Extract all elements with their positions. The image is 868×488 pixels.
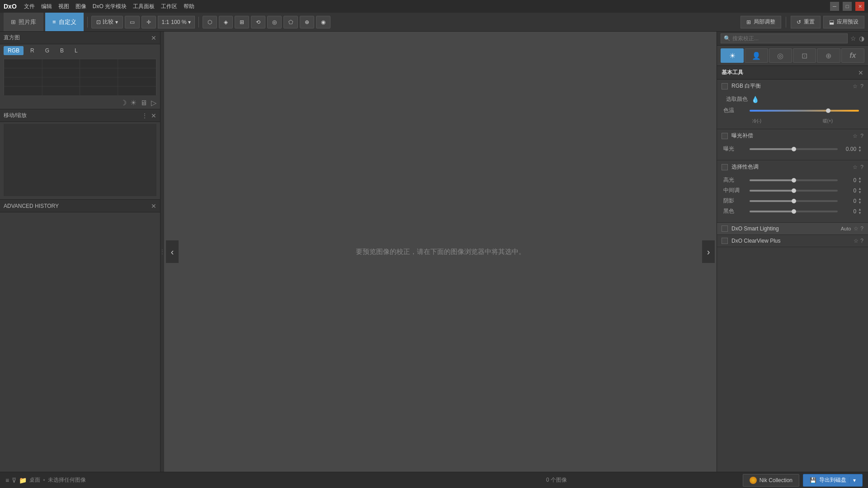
- tool-cat-detail-button[interactable]: ⊡: [793, 48, 816, 63]
- tool-exposure-help[interactable]: ?: [860, 133, 863, 139]
- exposure-slider-thumb[interactable]: [792, 147, 796, 151]
- dxo-clearview-checkbox[interactable]: [722, 238, 728, 244]
- menu-dxo-optics[interactable]: DxO 光学模块: [93, 3, 127, 10]
- tool-cat-fx-button[interactable]: fx: [841, 48, 864, 63]
- hist-tab-b[interactable]: B: [56, 46, 68, 55]
- export-button[interactable]: 💾 导出到磁盘 ▾: [803, 474, 863, 487]
- redeye-icon: ◎: [272, 19, 277, 25]
- tool-exposure-checkbox[interactable]: [722, 133, 728, 139]
- histogram-flag-button[interactable]: ▷: [151, 99, 156, 107]
- tab-library[interactable]: ⊞ 照片库: [4, 13, 43, 31]
- resize-handle[interactable]: [160, 32, 164, 472]
- move-zoom-dots[interactable]: ⋮: [142, 113, 147, 119]
- histogram-close-button[interactable]: ✕: [151, 34, 156, 42]
- pin-button[interactable]: ⊕: [300, 16, 314, 28]
- view-button[interactable]: ◉: [316, 16, 330, 28]
- dxo-smart-lighting-badge: Auto: [841, 226, 851, 231]
- prev-image-button[interactable]: ‹: [166, 240, 179, 263]
- histogram-moon-button[interactable]: ☽: [120, 99, 127, 107]
- histogram-monitor-button[interactable]: 🖥: [140, 99, 147, 107]
- shadows-down-button[interactable]: ▼: [858, 201, 862, 205]
- menu-workspace[interactable]: 工作区: [161, 3, 177, 10]
- hist-tab-rgb[interactable]: RGB: [4, 46, 24, 55]
- search-star-icon[interactable]: ☆: [850, 35, 856, 42]
- temp-slider-thumb[interactable]: [826, 108, 830, 113]
- hist-tab-l[interactable]: L: [71, 46, 82, 55]
- tool-cat-color-button[interactable]: ◎: [769, 48, 792, 63]
- split-view-button[interactable]: ▭: [125, 16, 140, 28]
- exposure-slider-track[interactable]: [750, 148, 838, 150]
- highlights-down-button[interactable]: ▼: [858, 180, 862, 184]
- export-arrow-icon[interactable]: ▾: [849, 477, 856, 483]
- hist-tab-g[interactable]: G: [41, 46, 53, 55]
- highlights-slider-track[interactable]: [750, 179, 838, 181]
- tool-selective-tone-header[interactable]: 选择性色调 ☆ ?: [717, 160, 868, 174]
- shadows-slider-thumb[interactable]: [792, 199, 796, 203]
- menu-file[interactable]: 文件: [24, 3, 35, 10]
- tool-exposure-star[interactable]: ☆: [853, 133, 858, 139]
- exposure-down-button[interactable]: ▼: [858, 149, 862, 153]
- crop-button[interactable]: ⊞: [235, 16, 249, 28]
- dxo-smart-lighting-star[interactable]: ☆: [854, 225, 859, 232]
- tool-selective-tone-checkbox[interactable]: [722, 164, 728, 170]
- menu-edit[interactable]: 编辑: [41, 3, 52, 10]
- filter-icon[interactable]: ⊽: [12, 477, 16, 484]
- zoom-display[interactable]: 1:1 100 % ▾: [158, 16, 195, 28]
- blacks-down-button[interactable]: ▼: [858, 211, 862, 215]
- tool-rgb-wb-star[interactable]: ☆: [853, 83, 858, 89]
- move-zoom-panel: 移动/缩放 ⋮ ✕: [0, 109, 160, 200]
- tool-rgb-wb-help[interactable]: ?: [860, 83, 863, 89]
- temp-slider-track[interactable]: [750, 110, 859, 112]
- search-input[interactable]: [732, 35, 844, 42]
- dxo-smart-lighting-checkbox[interactable]: [722, 225, 728, 232]
- reset-button[interactable]: ↺ 重置: [791, 16, 821, 28]
- select-button[interactable]: ⬠: [283, 16, 298, 28]
- menu-image[interactable]: 图像: [75, 3, 86, 10]
- menu-help[interactable]: 帮助: [184, 3, 194, 10]
- maximize-button[interactable]: □: [843, 2, 852, 11]
- section-close-button[interactable]: ✕: [858, 69, 863, 76]
- tool-rgb-wb-checkbox[interactable]: [722, 83, 728, 89]
- menu-view[interactable]: 视图: [58, 3, 69, 10]
- tool-exposure-header[interactable]: 曝光补偿 ☆ ?: [717, 129, 868, 142]
- menu-tools[interactable]: 工具面板: [133, 3, 155, 10]
- search-toggle-icon[interactable]: ◑: [859, 35, 864, 42]
- adv-history-close-button[interactable]: ✕: [151, 202, 156, 210]
- shadows-slider-track[interactable]: [750, 200, 838, 202]
- tool-rgb-wb-header[interactable]: RGB 白平衡 ☆ ?: [717, 80, 868, 93]
- wb-picker-button[interactable]: ◈: [219, 16, 233, 28]
- nik-collection-button[interactable]: Nik Collection: [743, 474, 799, 487]
- dxo-clearview-star[interactable]: ☆: [854, 238, 859, 244]
- tool-cat-geometry-button[interactable]: ⊕: [817, 48, 840, 63]
- minimize-button[interactable]: ─: [830, 2, 839, 11]
- folder-label: 桌面: [29, 476, 40, 484]
- tool-cat-people-button[interactable]: 👤: [745, 48, 768, 63]
- blacks-slider-track[interactable]: [750, 211, 838, 212]
- redeye-button[interactable]: ◎: [267, 16, 282, 28]
- tool-selective-tone-help[interactable]: ?: [860, 164, 863, 170]
- tool-cat-light-button[interactable]: ☀: [721, 48, 744, 63]
- midtones-slider-track[interactable]: [750, 190, 838, 192]
- tab-customize[interactable]: ≡ 自定义: [45, 13, 84, 31]
- histogram-sun-button[interactable]: ☀: [130, 99, 137, 107]
- straighten-button[interactable]: ⬡: [203, 16, 217, 28]
- sort-icon[interactable]: ≡: [5, 477, 9, 484]
- exposure-slider-row: 曝光 0.00 ▲ ▼: [722, 145, 863, 153]
- close-button[interactable]: ✕: [855, 2, 864, 11]
- midtones-down-button[interactable]: ▼: [858, 191, 862, 194]
- pan-button[interactable]: ✛: [142, 16, 156, 28]
- dxo-smart-lighting-help[interactable]: ?: [860, 225, 863, 232]
- next-image-button[interactable]: ›: [702, 240, 715, 263]
- dxo-clearview-help[interactable]: ?: [860, 238, 863, 244]
- tool-selective-tone-star[interactable]: ☆: [853, 164, 858, 170]
- hist-tab-r[interactable]: R: [26, 46, 38, 55]
- compare-button[interactable]: ⊡ 比较 ▾: [91, 16, 123, 28]
- blacks-slider-thumb[interactable]: [792, 209, 796, 214]
- apply-preset-button[interactable]: ⬓ 应用预设: [823, 16, 864, 28]
- repair-button[interactable]: ⟲: [251, 16, 265, 28]
- midtones-slider-thumb[interactable]: [792, 188, 796, 193]
- move-zoom-close-button[interactable]: ✕: [151, 112, 156, 119]
- eyedropper-icon[interactable]: 💧: [751, 96, 759, 103]
- highlights-slider-thumb[interactable]: [792, 178, 796, 183]
- local-adjustment-button[interactable]: ⊞ 局部调整: [741, 16, 781, 28]
